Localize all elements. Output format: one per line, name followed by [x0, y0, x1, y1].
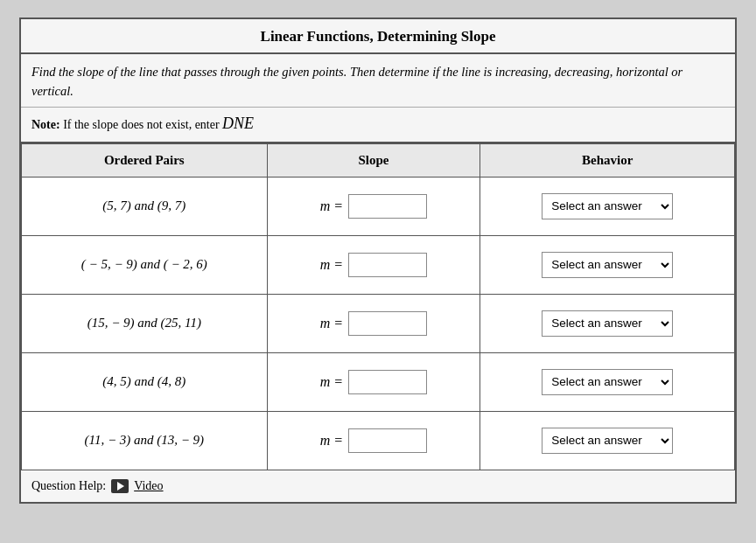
slope-input-2[interactable]: [348, 311, 427, 336]
table-row: (15, − 9) and (25, 11)m =Select an answe…: [22, 294, 735, 352]
slope-input-1[interactable]: [348, 253, 427, 277]
slope-table: Ordered Pairs Slope Behavior (5, 7) and …: [21, 143, 735, 470]
page-title: Linear Functions, Determining Slope: [21, 19, 735, 54]
video-link[interactable]: Video: [134, 479, 163, 493]
table-row: (11, − 3) and (13, − 9)m =Select an answ…: [22, 411, 735, 470]
behavior-select-2[interactable]: Select an answerIncreasingDecreasingHori…: [542, 310, 673, 337]
slope-input-0[interactable]: [348, 194, 427, 219]
instructions-text: Find the slope of the line that passes t…: [21, 54, 735, 108]
dne-text: DNE: [222, 115, 254, 132]
behavior-cell-2: Select an answerIncreasingDecreasingHori…: [480, 294, 735, 352]
note-text: If the slope does not exist, enter: [63, 118, 219, 131]
slope-eq-0: m =: [320, 198, 343, 214]
slope-input-4[interactable]: [348, 428, 427, 453]
col-header-behavior: Behavior: [480, 143, 735, 177]
col-header-pairs: Ordered Pairs: [22, 143, 268, 177]
note-section: Note: If the slope does not exist, enter…: [21, 108, 735, 143]
question-help-section: Question Help: Video: [21, 470, 735, 502]
question-help-label: Question Help:: [32, 479, 106, 493]
behavior-cell-0: Select an answerIncreasingDecreasingHori…: [480, 177, 735, 235]
slope-cell-1: m =: [267, 235, 480, 294]
ordered-pair-1: ( − 5, − 9) and ( − 2, 6): [22, 235, 268, 294]
table-row: (5, 7) and (9, 7)m =Select an answerIncr…: [22, 177, 735, 235]
slope-cell-3: m =: [267, 352, 480, 411]
behavior-select-4[interactable]: Select an answerIncreasingDecreasingHori…: [542, 428, 673, 454]
slope-eq-2: m =: [320, 316, 343, 331]
ordered-pair-0: (5, 7) and (9, 7): [22, 177, 268, 235]
behavior-select-1[interactable]: Select an answerIncreasingDecreasingHori…: [542, 252, 673, 278]
slope-cell-0: m =: [267, 177, 480, 235]
video-icon[interactable]: [111, 479, 129, 493]
table-row: ( − 5, − 9) and ( − 2, 6)m =Select an an…: [22, 235, 735, 294]
ordered-pair-4: (11, − 3) and (13, − 9): [22, 411, 268, 470]
behavior-cell-4: Select an answerIncreasingDecreasingHori…: [480, 411, 735, 470]
behavior-select-3[interactable]: Select an answerIncreasingDecreasingHori…: [542, 369, 673, 395]
slope-cell-2: m =: [267, 294, 480, 352]
slope-eq-1: m =: [320, 257, 343, 273]
ordered-pair-2: (15, − 9) and (25, 11): [22, 294, 268, 352]
behavior-cell-3: Select an answerIncreasingDecreasingHori…: [480, 352, 735, 411]
slope-eq-3: m =: [320, 374, 343, 390]
behavior-cell-1: Select an answerIncreasingDecreasingHori…: [480, 235, 735, 294]
slope-cell-4: m =: [267, 411, 480, 470]
table-row: (4, 5) and (4, 8)m =Select an answerIncr…: [22, 352, 735, 411]
col-header-slope: Slope: [267, 143, 480, 177]
slope-input-3[interactable]: [348, 370, 427, 394]
behavior-select-0[interactable]: Select an answerIncreasingDecreasingHori…: [542, 193, 673, 219]
slope-eq-4: m =: [320, 433, 343, 449]
ordered-pair-3: (4, 5) and (4, 8): [22, 352, 268, 411]
note-label: Note:: [32, 118, 60, 131]
main-container: Linear Functions, Determining Slope Find…: [19, 17, 737, 504]
